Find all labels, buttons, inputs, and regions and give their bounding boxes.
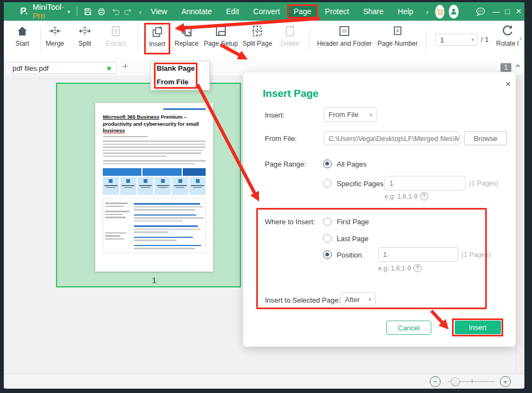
- toolbar-label: Page Setup: [204, 40, 238, 47]
- redo-button[interactable]: [123, 4, 133, 19]
- undo-button[interactable]: [110, 4, 120, 19]
- cancel-button[interactable]: Cancel: [386, 321, 431, 335]
- menu-item-from-file[interactable]: From File: [151, 75, 209, 89]
- dialog-close-icon[interactable]: ×: [505, 79, 511, 90]
- toolbar: Start Merge Split Extract Insert Replace…: [4, 21, 524, 60]
- help-icon[interactable]: ?: [420, 192, 428, 200]
- toolbar-replace-button[interactable]: Replace: [171, 24, 202, 54]
- doc-table-header-placeholder: [103, 168, 206, 176]
- doc-body-placeholder: [103, 198, 206, 253]
- menu-protect[interactable]: Protect: [318, 4, 356, 19]
- position-radio[interactable]: [323, 250, 332, 259]
- header-footer-icon: [337, 24, 351, 38]
- insert-position-select[interactable]: After ▾: [340, 292, 376, 306]
- collapse-panel-icon[interactable]: ^: [516, 63, 520, 69]
- maximize-button[interactable]: □: [502, 4, 513, 19]
- all-pages-radio[interactable]: [323, 159, 332, 168]
- toolbar-merge-button[interactable]: Merge: [40, 24, 70, 54]
- new-tab-button[interactable]: +: [122, 61, 128, 72]
- zoom-slider-tick: [472, 379, 473, 383]
- document-tab[interactable]: pdf files.pdf: [5, 62, 117, 74]
- account-button[interactable]: [449, 5, 458, 19]
- zoom-out-button[interactable]: −: [430, 376, 441, 387]
- menu-scroll-left-icon[interactable]: ‹: [137, 7, 144, 16]
- from-file-label: From File:: [265, 134, 297, 143]
- file-path-value: C:\Users\Vega\Desktop\LF\Merged files\Me…: [329, 134, 460, 143]
- delete-page-icon: [283, 24, 297, 38]
- toolbar-header-footer-button[interactable]: Header and Footer: [312, 24, 377, 54]
- doc-paragraph-placeholder: [103, 140, 206, 157]
- print-icon: [97, 7, 106, 16]
- page-number-input[interactable]: 1 ▾: [435, 34, 478, 46]
- store-button[interactable]: [435, 5, 444, 19]
- caret-down-icon: ▾: [368, 297, 371, 302]
- toolbar-divider: [138, 27, 138, 51]
- caret-down-icon[interactable]: ▾: [471, 37, 474, 42]
- minimize-button[interactable]: —: [491, 4, 502, 19]
- toolbar-delete-button: Delete: [275, 24, 305, 54]
- menu-convert[interactable]: Convert: [246, 4, 287, 19]
- first-page-radio[interactable]: [323, 217, 332, 226]
- brand-caret-icon[interactable]: ▾: [67, 9, 70, 15]
- menu-view[interactable]: View: [144, 4, 174, 19]
- status-bar: − +: [4, 373, 524, 389]
- zoom-in-button[interactable]: +: [500, 376, 511, 387]
- titlebar: P. MiniTool-Pro ▾ ‹ View Annotate Edit C…: [4, 2, 524, 21]
- toolbar-label: Page Number: [378, 40, 418, 47]
- close-button[interactable]: ×: [513, 4, 524, 19]
- menu-page[interactable]: Page: [287, 4, 318, 19]
- specific-pages-radio[interactable]: [323, 179, 332, 188]
- browse-button[interactable]: Browse: [464, 131, 507, 145]
- doc-title-part: Microsoft 365 Business: [103, 114, 159, 120]
- specific-pages-value: 1: [389, 179, 393, 187]
- position-value: 1: [383, 250, 387, 259]
- unsaved-dot-icon: [107, 66, 111, 70]
- insert-page-dialog: Insert Page × Insert: From File ▾ From F…: [243, 72, 516, 347]
- insert-submit-button[interactable]: Insert: [455, 321, 501, 334]
- position-input[interactable]: 1: [378, 247, 459, 262]
- page-total-label: / 1: [481, 35, 488, 44]
- menu-share[interactable]: Share: [356, 4, 391, 19]
- insert-type-select[interactable]: From File ▾: [324, 107, 377, 122]
- brand-text: MiniTool: [33, 3, 61, 11]
- help-icon[interactable]: ?: [413, 264, 422, 272]
- extract-icon: [109, 24, 123, 38]
- selected-page-tile[interactable]: Microsoft 365 Business Premium – product…: [56, 83, 241, 287]
- rotate-icon: [500, 24, 515, 38]
- toolbar-overflow-icon[interactable]: ›: [519, 34, 522, 42]
- toolbar-split-button[interactable]: Split: [70, 24, 100, 54]
- scrollbar[interactable]: [515, 75, 522, 373]
- split-icon: [78, 24, 92, 38]
- split-page-icon: [250, 24, 264, 38]
- page-thumbnail[interactable]: Microsoft 365 Business Premium – product…: [95, 103, 213, 272]
- toolbar-extract-button: Extract: [100, 24, 132, 54]
- menu-annotate[interactable]: Annotate: [174, 4, 219, 19]
- save-button[interactable]: [83, 4, 93, 19]
- app-logo: P.: [20, 6, 28, 17]
- specific-pages-label: Specific Pages: [337, 180, 383, 188]
- toolbar-insert-button[interactable]: Insert: [144, 23, 170, 54]
- specific-pages-input[interactable]: 1: [385, 176, 466, 191]
- annotation-red-box-insert: Insert: [452, 318, 503, 336]
- brand-name: MiniTool-Pro: [33, 3, 64, 20]
- zoom-slider-handle[interactable]: [451, 377, 460, 386]
- doc-title: Microsoft 365 Business Premium – product…: [103, 114, 206, 134]
- file-path-input[interactable]: C:\Users\Vega\Desktop\LF\Merged files\Me…: [324, 131, 460, 145]
- toolbar-start-button[interactable]: Start: [7, 24, 38, 54]
- insert-icon: [151, 26, 164, 39]
- toolbar-page-number-button[interactable]: # Page Number: [376, 24, 419, 54]
- insert-to-selected-label: Insert to Selected Page:: [265, 296, 341, 304]
- toolbar-divider: [425, 27, 426, 51]
- cart-icon: [436, 8, 444, 16]
- menu-scroll-right-icon[interactable]: ›: [424, 7, 431, 16]
- menu-edit[interactable]: Edit: [219, 4, 246, 19]
- save-icon: [83, 7, 92, 16]
- toolbar-label: Start: [15, 40, 29, 47]
- print-button[interactable]: [96, 4, 107, 19]
- last-page-radio[interactable]: [323, 234, 332, 243]
- menu-item-blank-page[interactable]: Blank Page: [151, 62, 209, 75]
- feedback-button[interactable]: [475, 4, 486, 19]
- toolbar-split-page-button[interactable]: Split Page: [236, 24, 279, 54]
- menu-help[interactable]: Help: [391, 4, 420, 19]
- caret-down-icon: ▾: [369, 112, 372, 118]
